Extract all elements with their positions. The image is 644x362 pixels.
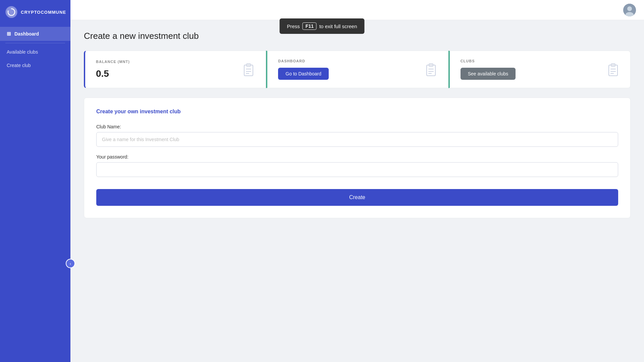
svg-rect-16 (611, 64, 615, 66)
dashboard-card-icon (425, 62, 437, 76)
main-content: Press F11 to exit full screen Create a n… (70, 0, 644, 362)
cards-row: BALANCE (MNT) 0.5 DASHBOARD (84, 51, 631, 88)
club-name-group: Club Name: (96, 124, 618, 147)
sidebar-collapse-button[interactable]: ‹ (66, 259, 75, 268)
clubs-card-left: CLUBS See available clubs (461, 59, 516, 80)
svg-point-0 (6, 6, 17, 18)
app-name-label: CRYPTOCOMMUNE (21, 10, 66, 15)
club-name-label: Club Name: (96, 124, 618, 129)
balance-card-left: BALANCE (MNT) 0.5 (96, 60, 130, 79)
tooltip-suffix: to exit full screen (319, 23, 357, 29)
create-club-section-title: Create your own investment club (96, 109, 618, 115)
create-club-panel: Create your own investment club Club Nam… (84, 98, 631, 218)
create-button[interactable]: Create (96, 189, 618, 206)
balance-card-label: BALANCE (MNT) (96, 60, 130, 64)
club-name-input[interactable] (96, 132, 618, 147)
sidebar-divider (5, 43, 65, 43)
logo-icon (5, 6, 17, 18)
sidebar-item-dashboard[interactable]: ⊞ Dashboard (0, 27, 70, 41)
sidebar-logo: CRYPTOCOMMUNE (0, 0, 70, 24)
svg-rect-10 (427, 65, 435, 76)
clubs-card-label: CLUBS (461, 59, 516, 63)
see-available-clubs-button[interactable]: See available clubs (461, 68, 516, 80)
sidebar-item-create-club-label: Create club (7, 63, 31, 68)
password-input[interactable] (96, 162, 618, 177)
svg-rect-6 (247, 64, 251, 66)
user-avatar[interactable] (623, 4, 636, 16)
sidebar-item-dashboard-label: Dashboard (14, 31, 39, 37)
balance-card-icon (242, 62, 255, 76)
sidebar-item-available-clubs-label: Available clubs (7, 49, 38, 55)
sidebar-item-available-clubs[interactable]: Available clubs (0, 45, 70, 59)
balance-card: BALANCE (MNT) 0.5 (84, 51, 266, 88)
tooltip-prefix: Press (287, 23, 300, 29)
clubs-card: CLUBS See available clubs (448, 51, 631, 88)
go-to-dashboard-button[interactable]: Go to Dashboard (278, 68, 329, 80)
balance-card-value: 0.5 (96, 68, 130, 79)
svg-point-3 (627, 6, 632, 11)
sidebar-nav: ⊞ Dashboard Available clubs Create club (0, 24, 70, 75)
password-label: Your password: (96, 154, 618, 160)
svg-rect-15 (609, 65, 618, 76)
dashboard-icon: ⊞ (7, 31, 11, 37)
dashboard-card: DASHBOARD Go to Dashboard (266, 51, 448, 88)
page-content: Create a new investment club BALANCE (MN… (70, 20, 644, 362)
dashboard-card-left: DASHBOARD Go to Dashboard (278, 59, 329, 80)
password-group: Your password: (96, 154, 618, 177)
fullscreen-tooltip: Press F11 to exit full screen (279, 18, 364, 34)
svg-rect-5 (244, 65, 253, 76)
svg-rect-11 (429, 64, 433, 66)
clubs-card-icon (607, 62, 620, 76)
f11-key: F11 (303, 22, 317, 30)
sidebar: CRYPTOCOMMUNE ⊞ Dashboard Available club… (0, 0, 70, 362)
sidebar-item-create-club[interactable]: Create club (0, 59, 70, 72)
dashboard-card-label: DASHBOARD (278, 59, 329, 63)
topbar (70, 0, 644, 20)
